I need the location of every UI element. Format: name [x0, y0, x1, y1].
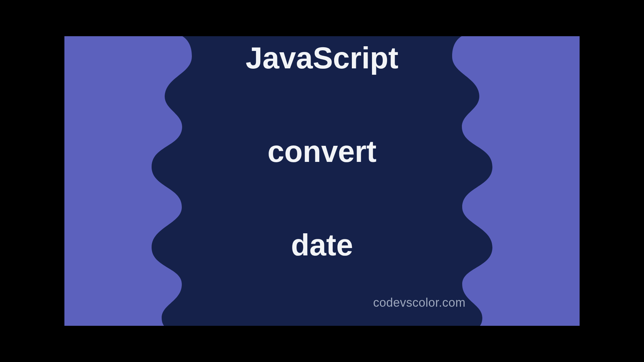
headline-line-2: convert — [267, 135, 376, 168]
headline-text: JavaScript convert date to number — [246, 36, 398, 326]
card-graphic: JavaScript convert date to number codevs… — [64, 36, 580, 326]
site-credit: codevscolor.com — [373, 296, 466, 310]
headline-line-3: date — [291, 228, 353, 262]
headline-line-1: JavaScript — [246, 41, 398, 75]
headline-line-4: to number — [248, 322, 396, 326]
